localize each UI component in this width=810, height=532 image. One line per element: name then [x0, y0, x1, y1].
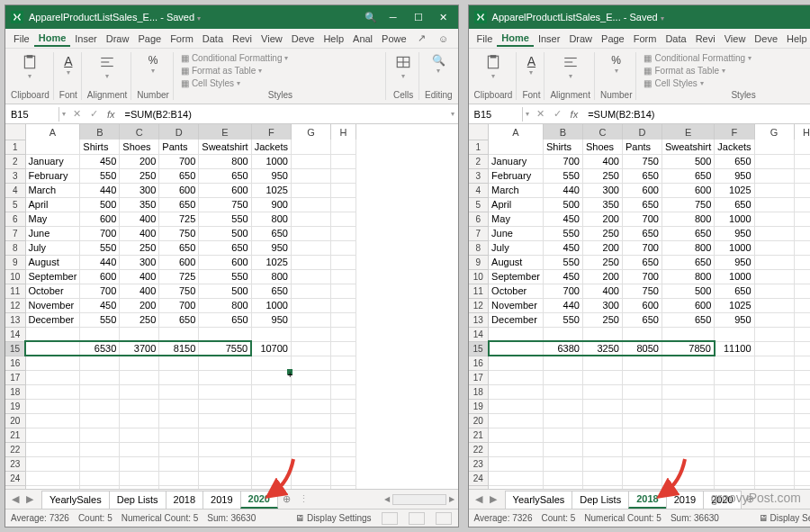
cell[interactable]: 800: [662, 212, 714, 226]
cell[interactable]: [715, 370, 754, 384]
cell[interactable]: [330, 384, 356, 399]
sheet-tab-2019[interactable]: 2019: [666, 491, 704, 509]
cell[interactable]: Sweatshirt: [662, 140, 714, 154]
cell[interactable]: 400: [120, 284, 159, 298]
sheet-tab-yearlysales[interactable]: YearlySales: [41, 491, 110, 509]
cell[interactable]: [199, 384, 251, 399]
cell[interactable]: [715, 327, 754, 341]
menu-help[interactable]: Help: [319, 32, 348, 46]
menu-data[interactable]: Data: [198, 32, 228, 46]
row-header[interactable]: 2: [5, 154, 25, 168]
row-header[interactable]: 4: [5, 183, 25, 197]
cell[interactable]: [715, 413, 754, 428]
cell[interactable]: [330, 140, 356, 154]
cell[interactable]: [662, 384, 714, 399]
cell[interactable]: 600: [199, 255, 251, 269]
column-header[interactable]: C: [582, 124, 622, 140]
cell[interactable]: [159, 327, 199, 341]
cell[interactable]: 600: [622, 298, 662, 312]
cell[interactable]: 650: [622, 255, 662, 269]
cell[interactable]: [715, 399, 754, 413]
cell[interactable]: April: [25, 197, 80, 212]
cell[interactable]: 440: [543, 298, 582, 312]
cell[interactable]: July: [489, 240, 544, 255]
menu-dev[interactable]: Deve: [750, 32, 782, 46]
cell[interactable]: 700: [159, 298, 199, 312]
cell[interactable]: August: [25, 255, 80, 269]
cell[interactable]: [25, 413, 80, 428]
cell[interactable]: [25, 384, 80, 399]
cell[interactable]: [754, 168, 794, 183]
cell[interactable]: 650: [622, 168, 662, 183]
cell[interactable]: [199, 471, 251, 485]
cell[interactable]: [489, 413, 544, 428]
cell[interactable]: 1025: [251, 183, 291, 197]
row-header[interactable]: 21: [5, 428, 25, 442]
cell[interactable]: [754, 255, 794, 269]
cell[interactable]: 700: [622, 269, 662, 284]
cell[interactable]: 350: [120, 197, 159, 212]
conditional-formatting-button[interactable]: ▦ Conditional Formatting ▾: [644, 52, 810, 64]
cell[interactable]: [120, 384, 159, 399]
cell[interactable]: 1000: [251, 298, 291, 312]
cell[interactable]: 750: [622, 154, 662, 168]
cell[interactable]: [754, 384, 794, 399]
cell[interactable]: [794, 471, 810, 485]
formula-input[interactable]: =SUM(B2:B14): [120, 107, 447, 122]
cell[interactable]: [662, 370, 714, 384]
cell[interactable]: 650: [159, 197, 199, 212]
cell[interactable]: 650: [622, 226, 662, 240]
cell[interactable]: October: [489, 284, 544, 298]
cell[interactable]: 440: [80, 183, 120, 197]
cell-styles-button[interactable]: ▦ Cell Styles ▾: [181, 77, 380, 89]
cell[interactable]: 700: [80, 284, 120, 298]
cell[interactable]: January: [489, 154, 544, 168]
cell[interactable]: [330, 240, 356, 255]
row-header[interactable]: 17: [5, 370, 25, 384]
cell[interactable]: [489, 399, 544, 413]
cell[interactable]: [120, 442, 159, 456]
row-header[interactable]: 10: [469, 269, 489, 284]
cell[interactable]: [120, 327, 159, 341]
cell[interactable]: [754, 399, 794, 413]
column-header[interactable]: H: [794, 124, 810, 140]
row-header[interactable]: 16: [469, 356, 489, 370]
fx-icon[interactable]: fx: [103, 109, 120, 120]
cell[interactable]: 400: [582, 284, 622, 298]
font-button[interactable]: A▾: [60, 52, 76, 78]
cell[interactable]: [251, 442, 291, 456]
row-header[interactable]: 8: [5, 240, 25, 255]
cell[interactable]: [622, 370, 662, 384]
cell[interactable]: March: [25, 183, 80, 197]
cell[interactable]: 650: [662, 255, 714, 269]
cell[interactable]: [794, 456, 810, 471]
cell[interactable]: [794, 327, 810, 341]
enter-formula-icon[interactable]: ✓: [549, 108, 566, 120]
row-header[interactable]: 15: [469, 341, 489, 356]
cell[interactable]: [251, 327, 291, 341]
column-header[interactable]: G: [291, 124, 330, 140]
page-break-view-icon[interactable]: [436, 512, 452, 525]
cell[interactable]: [291, 442, 330, 456]
row-header[interactable]: 16: [5, 356, 25, 370]
clipboard-button[interactable]: ▾: [18, 52, 41, 82]
cell[interactable]: 300: [120, 183, 159, 197]
row-header[interactable]: 2: [469, 154, 489, 168]
cell[interactable]: 650: [662, 226, 714, 240]
cell[interactable]: [291, 341, 330, 356]
search-icon[interactable]: 🔍: [364, 12, 377, 23]
cell[interactable]: [489, 485, 544, 489]
cell[interactable]: 250: [120, 240, 159, 255]
row-header[interactable]: 11: [469, 284, 489, 298]
cell[interactable]: [715, 485, 754, 489]
cell[interactable]: [159, 399, 199, 413]
cell[interactable]: [794, 485, 810, 489]
cell[interactable]: 650: [622, 312, 662, 327]
number-button[interactable]: %▾: [145, 52, 162, 77]
cell[interactable]: [489, 428, 544, 442]
cell[interactable]: 500: [199, 284, 251, 298]
cell[interactable]: [794, 413, 810, 428]
row-header[interactable]: 7: [5, 226, 25, 240]
cell[interactable]: 6380: [543, 341, 582, 356]
minimize-button[interactable]: ─: [384, 8, 402, 26]
